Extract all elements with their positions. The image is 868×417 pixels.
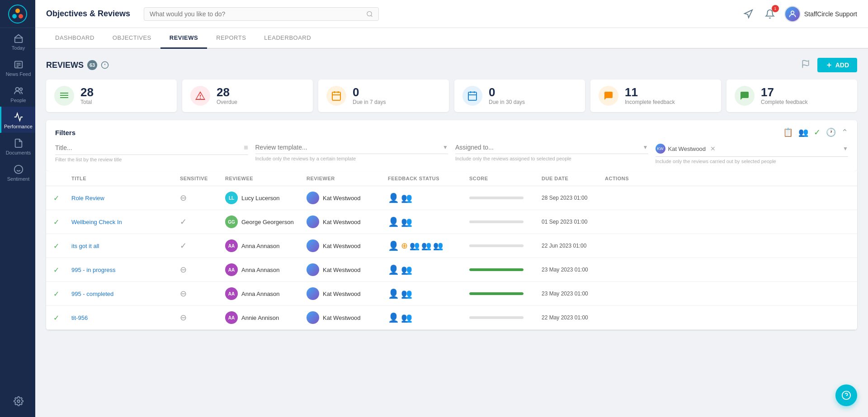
row-title[interactable]: Role Review bbox=[71, 195, 180, 201]
sidebar-item-settings[interactable] bbox=[0, 391, 35, 410]
carried-close-btn[interactable]: ✕ bbox=[710, 145, 716, 152]
feedback-status: 👤 👥 bbox=[388, 192, 469, 203]
user-profile[interactable]: StaffCircle Support bbox=[784, 6, 857, 22]
svg-point-14 bbox=[17, 400, 20, 403]
stat-due30-info: 0 Due in 30 days bbox=[489, 86, 525, 105]
sidebar-item-newsfeed[interactable]: News Feed bbox=[0, 54, 35, 80]
tab-reports[interactable]: REPORTS bbox=[207, 28, 255, 49]
reviewer-cell: Kat Westwood bbox=[307, 311, 388, 324]
col-reviewee: REVIEWEE bbox=[225, 176, 307, 181]
svg-point-2 bbox=[12, 14, 17, 19]
stat-due30[interactable]: 0 Due in 30 days bbox=[454, 80, 585, 112]
reviewer-name: Kat Westwood bbox=[323, 314, 361, 321]
chat-check-icon bbox=[739, 90, 750, 101]
svg-rect-4 bbox=[14, 38, 22, 42]
reviews-count: 63 bbox=[87, 60, 97, 70]
reviewer-avatar bbox=[307, 263, 319, 276]
stat-due7[interactable]: 0 Due in 7 days bbox=[318, 80, 449, 112]
filter-check-icon[interactable]: ✓ bbox=[814, 127, 821, 137]
filter-note-icon[interactable]: 📋 bbox=[783, 127, 793, 137]
sidebar-item-people[interactable]: People bbox=[0, 80, 35, 107]
stat-incomplete[interactable]: 11 Incomplete feedback bbox=[590, 80, 721, 112]
reviewee-cell: AA Annie Annison bbox=[225, 311, 307, 324]
table-row: ✓ tit-956 ⊖ AA Annie Annison Kat Westwoo… bbox=[46, 306, 857, 330]
feedback-icon-2: 👥 bbox=[401, 312, 412, 323]
logo[interactable] bbox=[0, 0, 35, 28]
row-check: ✓ bbox=[53, 314, 71, 322]
sidebar-item-label: Today bbox=[12, 45, 25, 51]
stat-due7-label: Due in 7 days bbox=[353, 99, 386, 105]
table-row: ✓ 995 - in progress ⊖ AA Anna Annason Ka… bbox=[46, 258, 857, 282]
stat-due7-info: 0 Due in 7 days bbox=[353, 86, 386, 105]
filter-people-icon[interactable]: 👥 bbox=[798, 127, 808, 137]
filter-collapse-icon[interactable]: ⌃ bbox=[841, 127, 848, 137]
score-bar bbox=[469, 292, 524, 295]
app-title: Objectives & Reviews bbox=[46, 9, 137, 19]
stat-overdue-number: 28 bbox=[217, 86, 237, 98]
reviewee-cell: LL Lucy Lucerson bbox=[225, 192, 307, 204]
reviewer-cell: Kat Westwood bbox=[307, 239, 388, 252]
row-title[interactable]: its got it all bbox=[71, 243, 180, 249]
avatar bbox=[784, 6, 801, 22]
title-filter-input[interactable] bbox=[55, 144, 241, 151]
calendar-icon bbox=[331, 90, 342, 101]
stat-overdue[interactable]: 28 Overdue bbox=[182, 80, 313, 112]
people-icon bbox=[14, 86, 24, 96]
stat-incomplete-label: Incomplete feedback bbox=[625, 99, 675, 105]
score-bar bbox=[469, 197, 524, 199]
table-row: ✓ its got it all ✓ AA Anna Annason Kat W… bbox=[46, 234, 857, 258]
stat-complete-icon bbox=[735, 86, 755, 106]
carried-tag: KW Kat Westwood ✕ ▼ bbox=[656, 144, 849, 157]
feedback-icon-2: 👥 bbox=[401, 216, 412, 227]
stat-complete[interactable]: 17 Complete feedback bbox=[726, 80, 857, 112]
tab-reviews[interactable]: REVIEWS bbox=[160, 28, 207, 49]
sidebar-item-documents[interactable]: Documents bbox=[0, 133, 35, 159]
reviewer-avatar bbox=[307, 192, 319, 204]
row-title[interactable]: tit-956 bbox=[71, 314, 180, 321]
home-icon bbox=[14, 33, 24, 43]
search-bar[interactable] bbox=[144, 7, 379, 21]
reviewee-name: Anna Annason bbox=[241, 267, 280, 273]
svg-point-11 bbox=[14, 165, 22, 173]
score-fill bbox=[469, 268, 524, 271]
template-filter-input[interactable] bbox=[255, 144, 440, 151]
search-input[interactable] bbox=[150, 10, 363, 18]
stat-overdue-icon bbox=[190, 86, 210, 106]
row-title[interactable]: 995 - completed bbox=[71, 290, 180, 297]
stat-total[interactable]: 28 Total bbox=[46, 80, 177, 112]
stat-total-info: 28 Total bbox=[80, 86, 94, 105]
flag-button[interactable] bbox=[801, 60, 810, 71]
tab-objectives[interactable]: OBJECTIVES bbox=[104, 28, 160, 49]
col-check bbox=[53, 176, 71, 181]
reviewer-name: Kat Westwood bbox=[323, 195, 361, 201]
calendar30-icon bbox=[467, 90, 478, 101]
reviewer-name: Kat Westwood bbox=[323, 219, 361, 225]
notification-badge: 1 bbox=[772, 5, 779, 12]
sidebar-item-sentiment[interactable]: Sentiment bbox=[0, 159, 35, 185]
warning-icon bbox=[195, 90, 206, 101]
stat-complete-label: Complete feedback bbox=[761, 99, 807, 105]
help-fab[interactable] bbox=[835, 384, 857, 406]
feedback-icon-1: 👤 bbox=[388, 240, 399, 251]
svg-point-10 bbox=[19, 88, 22, 91]
tab-dashboard[interactable]: DASHBOARD bbox=[46, 28, 104, 49]
tab-leaderboard[interactable]: LEADERBOARD bbox=[255, 28, 320, 49]
megaphone-button[interactable] bbox=[741, 7, 755, 21]
feedback-icon-1: 👤 bbox=[388, 288, 399, 299]
filter-time-icon[interactable]: 🕐 bbox=[826, 127, 836, 137]
reviewer-avatar bbox=[307, 311, 319, 324]
carriedout-dropdown-icon: ▼ bbox=[843, 145, 848, 152]
assigned-filter-input[interactable] bbox=[455, 144, 640, 151]
stat-complete-number: 17 bbox=[761, 86, 807, 98]
sidebar: Today News Feed People Performance Docum… bbox=[0, 0, 35, 417]
search-icon bbox=[366, 10, 373, 18]
row-title[interactable]: Wellbeing Check In bbox=[71, 219, 180, 225]
notification-button[interactable]: 1 bbox=[763, 7, 777, 21]
row-title[interactable]: 995 - in progress bbox=[71, 267, 180, 273]
assigned-dropdown-icon: ▼ bbox=[643, 144, 648, 150]
sidebar-item-performance[interactable]: Performance bbox=[0, 107, 35, 133]
sidebar-item-today[interactable]: Today bbox=[0, 28, 35, 54]
add-button[interactable]: ADD bbox=[817, 58, 857, 72]
feedback-status: 👤 ⊕ 👥 👥 👥 bbox=[388, 240, 469, 251]
list-icon bbox=[59, 90, 70, 101]
